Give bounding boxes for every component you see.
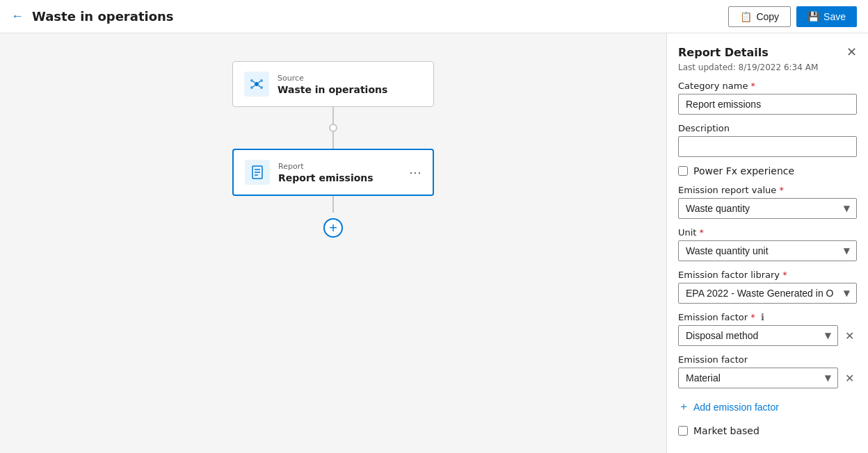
panel-header: Report Details ✕ — [678, 44, 857, 60]
report-node-text: Report Report emissions — [278, 162, 373, 183]
report-node[interactable]: Report Report emissions ⋯ — [232, 149, 434, 196]
add-node-button[interactable]: + — [323, 218, 343, 238]
description-input[interactable] — [678, 136, 857, 157]
canvas-area: Source Waste in operations — [0, 33, 666, 453]
emission-factor-2-clear-button[interactable]: ✕ — [842, 369, 857, 388]
add-emission-factor-button[interactable]: ＋ Add emission factor — [678, 397, 857, 417]
emission-factor-1-clear-button[interactable]: ✕ — [842, 327, 857, 345]
emission-report-value-select[interactable]: Waste quantity — [678, 198, 857, 219]
panel-close-button[interactable]: ✕ — [846, 44, 857, 60]
report-node-menu-button[interactable]: ⋯ — [409, 165, 421, 180]
svg-line-7 — [253, 85, 255, 87]
emission-factor-row-1: Disposal method ▼ ✕ — [678, 325, 857, 346]
emission-factor-1-select[interactable]: Disposal method — [678, 325, 838, 346]
unit-select[interactable]: Waste quantity unit — [678, 240, 857, 261]
back-icon: ← — [11, 9, 24, 24]
connector-line-2 — [332, 132, 334, 149]
market-based-checkbox[interactable] — [678, 426, 688, 436]
unit-label: Unit * — [678, 227, 857, 238]
description-field-group: Description — [678, 123, 857, 157]
svg-point-4 — [260, 86, 263, 89]
category-name-field-group: Category name * — [678, 81, 857, 115]
emission-report-value-field-group: Emission report value * Waste quantity ▼ — [678, 185, 857, 219]
svg-line-8 — [259, 85, 260, 87]
top-bar-actions: 📋 Copy 💾 Save — [728, 6, 857, 27]
main-content: Source Waste in operations — [0, 33, 868, 453]
emission-factor-row-2: Material ▼ ✕ — [678, 368, 857, 388]
description-label: Description — [678, 123, 857, 133]
emission-factor-info-icon[interactable]: ℹ — [761, 312, 764, 322]
report-node-name: Report emissions — [278, 172, 373, 183]
unit-select-wrapper: Waste quantity unit ▼ — [678, 240, 857, 261]
emission-factor-1-select-wrapper: Disposal method ▼ — [678, 325, 838, 346]
panel-title: Report Details — [678, 46, 769, 59]
power-fx-checkbox[interactable] — [678, 166, 688, 176]
svg-point-2 — [260, 79, 263, 82]
panel-subtitle: Last updated: 8/19/2022 6:34 AM — [678, 63, 857, 72]
market-based-label: Market based — [693, 425, 760, 436]
report-type-label: Report — [278, 162, 373, 171]
emission-factor-label: Emission factor * ℹ — [678, 312, 857, 322]
emission-factor-library-label: Emission factor library * — [678, 270, 857, 280]
connector-circle-1 — [329, 124, 337, 132]
emission-report-value-label: Emission report value * — [678, 185, 857, 195]
back-button[interactable]: ← — [11, 9, 24, 24]
top-bar: ← Waste in operations 📋 Copy 💾 Save — [0, 0, 868, 33]
source-type-label: Source — [278, 74, 387, 83]
source-node[interactable]: Source Waste in operations — [232, 61, 434, 107]
emission-report-value-select-wrapper: Waste quantity ▼ — [678, 198, 857, 219]
add-emission-factor-label: Add emission factor — [693, 402, 779, 413]
copy-button[interactable]: 📋 Copy — [728, 6, 791, 27]
report-node-icon — [245, 160, 270, 185]
source-node-name: Waste in operations — [278, 84, 387, 95]
category-name-label: Category name * — [678, 81, 857, 91]
connector-2 — [332, 196, 334, 213]
emission-factor-2-select[interactable]: Material — [678, 368, 838, 388]
save-button[interactable]: 💾 Save — [796, 6, 857, 27]
emission-factor-library-select-wrapper: EPA 2022 - Waste Generated in Opera... ▼ — [678, 283, 857, 304]
emission-factor-2-select-wrapper: Material ▼ — [678, 368, 838, 388]
close-icon: ✕ — [846, 45, 857, 59]
category-name-input[interactable] — [678, 94, 857, 115]
add-factor-plus-icon: ＋ — [678, 400, 689, 414]
svg-point-1 — [250, 79, 253, 82]
connector-line-1 — [332, 107, 334, 124]
market-based-row: Market based — [678, 425, 857, 436]
clear-1-icon: ✕ — [845, 329, 854, 343]
connector-1 — [329, 107, 337, 149]
power-fx-row: Power Fx experience — [678, 165, 857, 176]
clear-2-icon: ✕ — [845, 372, 854, 385]
svg-point-3 — [250, 86, 253, 89]
svg-point-0 — [255, 82, 259, 86]
svg-line-6 — [259, 81, 260, 83]
copy-label: Copy — [756, 11, 779, 22]
save-label: Save — [823, 11, 846, 22]
flow-container: Source Waste in operations — [232, 61, 434, 238]
connector-line-3 — [332, 196, 334, 213]
page-title: Waste in operations — [32, 9, 174, 24]
copy-icon: 📋 — [740, 11, 752, 22]
svg-line-5 — [253, 81, 255, 83]
power-fx-label: Power Fx experience — [693, 165, 794, 176]
unit-field-group: Unit * Waste quantity unit ▼ — [678, 227, 857, 261]
emission-factor-library-select[interactable]: EPA 2022 - Waste Generated in Opera... — [678, 283, 857, 304]
emission-factor-field-group: Emission factor * ℹ Disposal method ▼ ✕ — [678, 312, 857, 346]
side-panel: Report Details ✕ Last updated: 8/19/2022… — [666, 33, 868, 453]
emission-factor-library-field-group: Emission factor library * EPA 2022 - Was… — [678, 270, 857, 304]
save-icon: 💾 — [807, 11, 819, 22]
emission-factor-2-field-group: Emission factor Material ▼ ✕ — [678, 354, 857, 388]
source-node-text: Source Waste in operations — [278, 74, 387, 95]
emission-factor-2-label: Emission factor — [678, 354, 857, 365]
source-node-icon — [244, 72, 269, 97]
